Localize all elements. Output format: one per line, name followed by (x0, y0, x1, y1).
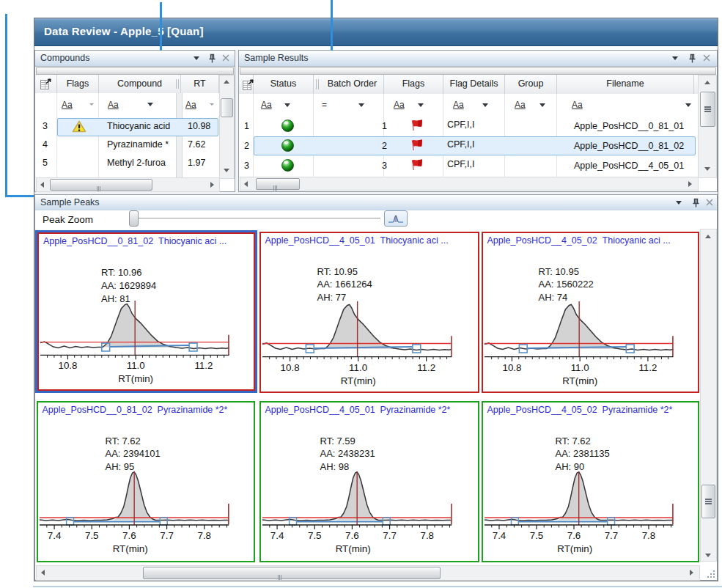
svg-text:RT(min): RT(min) (118, 373, 153, 384)
svg-text:7.7: 7.7 (383, 529, 397, 540)
svg-text:7.4: 7.4 (270, 529, 284, 540)
svg-text:7.6: 7.6 (345, 529, 359, 540)
svg-text:RT(min): RT(min) (112, 543, 147, 554)
svg-text:7.7: 7.7 (604, 529, 617, 540)
svg-text:7.5: 7.5 (307, 529, 321, 540)
svg-text:7.5: 7.5 (529, 529, 542, 540)
svg-text:7.8: 7.8 (197, 529, 211, 540)
svg-text:11.0: 11.0 (349, 361, 367, 372)
svg-text:RT(min): RT(min) (562, 375, 597, 386)
svg-text:10.8: 10.8 (59, 360, 78, 371)
svg-text:RT(min): RT(min) (557, 543, 592, 554)
svg-text:11.0: 11.0 (570, 361, 589, 372)
svg-text:10.8: 10.8 (502, 361, 521, 372)
svg-text:7.6: 7.6 (122, 529, 136, 540)
svg-text:7.8: 7.8 (641, 529, 655, 540)
svg-text:7.8: 7.8 (420, 529, 434, 540)
svg-text:7.6: 7.6 (567, 529, 580, 540)
svg-text:7.4: 7.4 (47, 529, 61, 540)
svg-text:7.7: 7.7 (160, 529, 174, 540)
svg-text:11.2: 11.2 (194, 360, 213, 371)
svg-text:RT(min): RT(min) (335, 543, 370, 554)
svg-text:10.8: 10.8 (280, 361, 299, 372)
svg-text:11.0: 11.0 (127, 360, 145, 371)
svg-text:7.5: 7.5 (84, 529, 98, 540)
svg-text:11.2: 11.2 (638, 361, 657, 372)
svg-text:RT(min): RT(min) (340, 375, 375, 386)
svg-text:11.2: 11.2 (417, 361, 435, 372)
svg-text:7.4: 7.4 (492, 529, 506, 540)
